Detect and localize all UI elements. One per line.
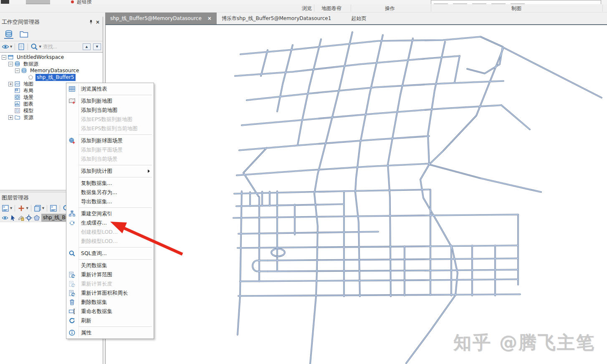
- menu-icon-placeholder: [68, 116, 76, 123]
- road-segment: [238, 245, 518, 248]
- search-icon[interactable]: [30, 43, 38, 51]
- menu-icon-placeholder: [68, 168, 76, 174]
- tree-node-0[interactable]: −UntitledWorkspace: [0, 54, 103, 61]
- context-menu-item-1[interactable]: 添加到新地图: [66, 96, 154, 106]
- menu-icon-placeholder: [68, 125, 76, 132]
- tree-node-2[interactable]: −MemoryDatasource: [0, 67, 103, 74]
- tree-node-label[interactable]: MemoryDatasource: [29, 68, 80, 73]
- tree-node-label[interactable]: 数据源: [22, 61, 40, 68]
- collapse-icon[interactable]: −: [15, 68, 20, 73]
- find-next-button[interactable]: ▼: [93, 43, 101, 50]
- menu-item-label: 生成缓存...: [81, 220, 107, 227]
- close-icon[interactable]: ×: [207, 15, 212, 21]
- tree-node-label[interactable]: 布局: [22, 87, 35, 94]
- chart-icon: [14, 101, 20, 107]
- menu-item-label: 关闭数据集: [81, 262, 107, 269]
- import-data-icon[interactable]: [18, 43, 25, 51]
- ribbon-separator: [602, 5, 603, 12]
- road-segment: [501, 105, 530, 129]
- context-menu-item-24[interactable]: 属性: [66, 328, 154, 337]
- find-previous-button[interactable]: ▲: [83, 43, 91, 50]
- tab-shp-buffer5[interactable]: shp_线_Buffer5@MemoryDatasource ×: [105, 13, 217, 24]
- tree-node-label[interactable]: 资源: [22, 114, 35, 121]
- tree-node-label[interactable]: 场景: [22, 94, 35, 101]
- context-menu-item-10[interactable]: 数据集另存为...: [66, 188, 154, 197]
- layer-selectable-cursor-icon[interactable]: [10, 215, 16, 221]
- menu-item-label: 浏览属性表: [81, 86, 107, 93]
- road-segment: [253, 260, 268, 271]
- context-menu-item-16[interactable]: SQL查询...: [66, 249, 154, 258]
- menu-separator: [79, 165, 152, 165]
- roundabout-ellipse: [271, 249, 285, 256]
- recalc-icon: [68, 281, 76, 287]
- rename-icon: [68, 308, 76, 315]
- layers-icon[interactable]: [34, 205, 41, 212]
- pin-icon[interactable]: [88, 19, 94, 25]
- menu-item-label: 重命名数据集: [81, 308, 112, 315]
- menu-icon-placeholder: [68, 198, 76, 205]
- build-cache-icon: [68, 220, 76, 226]
- context-menu-item-12[interactable]: 重建空间索引: [66, 209, 154, 218]
- submenu-arrow-icon: [148, 169, 150, 173]
- context-menu-item-23[interactable]: 刷新: [66, 316, 154, 325]
- ribbon-separator: [351, 5, 351, 12]
- toolbar-button-fragment[interactable]: [26, 0, 50, 4]
- layer-options-icon[interactable]: [2, 205, 9, 212]
- context-menu-item-17[interactable]: 关闭数据集: [66, 261, 154, 270]
- context-menu-item-9[interactable]: 复制数据集...: [66, 179, 154, 188]
- context-menu-item-22[interactable]: 重命名数据集: [66, 307, 154, 316]
- context-menu-item-0[interactable]: 浏览属性表: [66, 84, 154, 94]
- menu-item-label: 重新计算面积和周长: [81, 290, 128, 297]
- context-menu-item-2[interactable]: 添加到当前地图: [66, 106, 154, 115]
- tree-node-3[interactable]: shp_线_Buffer5: [0, 74, 103, 81]
- tree-node-label[interactable]: 地图: [22, 81, 35, 88]
- thematic-map-icon[interactable]: [50, 205, 57, 212]
- menu-icon-placeholder: [68, 180, 76, 187]
- layer-visible-eye-icon[interactable]: [2, 215, 8, 221]
- quick-access-strip: 超链接: [0, 0, 607, 4]
- attribute-table-icon: [68, 86, 76, 92]
- tab-bole-city-buffer5[interactable]: 博乐市shp_线_Buffer5@MemoryDatasource1: [217, 13, 336, 24]
- menu-item-label: 重建空间索引: [81, 210, 112, 217]
- menu-separator: [79, 259, 152, 260]
- map-canvas[interactable]: [105, 24, 607, 364]
- workspace-tab-icon[interactable]: [4, 30, 13, 39]
- road-segment: [429, 164, 541, 192]
- trash-icon: [68, 299, 76, 306]
- context-menu-item-11[interactable]: 导出数据集...: [66, 197, 154, 206]
- tree-node-label[interactable]: 模型: [22, 107, 35, 114]
- context-menu-item-14: 创建模型LOD...: [66, 228, 154, 237]
- context-menu-item-20[interactable]: 重新计算面积和周长: [66, 288, 154, 298]
- collapse-icon[interactable]: −: [2, 55, 6, 60]
- ribbon-group-map-swipe: 地图卷帘: [321, 5, 341, 12]
- road-segment: [247, 81, 503, 100]
- symbol-library-tab-icon[interactable]: [19, 30, 28, 39]
- add-layer-icon[interactable]: [18, 205, 25, 212]
- road-segment: [242, 105, 501, 125]
- search-input[interactable]: [43, 44, 80, 50]
- context-menu-item-18[interactable]: 重新计算范围: [66, 270, 154, 279]
- tab-start-page[interactable]: 起始页: [346, 13, 371, 24]
- layout-icon: [14, 88, 20, 94]
- context-menu-item-8[interactable]: 添加到统计图: [66, 167, 154, 176]
- expand-icon[interactable]: +: [8, 115, 13, 120]
- view-mode-icon[interactable]: [2, 43, 9, 51]
- menu-icon-placeholder: [68, 238, 76, 245]
- context-menu-item-5[interactable]: 添加到新球面场景: [66, 136, 154, 145]
- road-segment: [388, 164, 391, 296]
- menu-item-label: 添加到新球面场景: [81, 137, 123, 144]
- tree-node-label[interactable]: 图表: [22, 101, 35, 108]
- expand-icon[interactable]: +: [8, 82, 13, 86]
- ribbon-separator: [314, 5, 314, 12]
- context-menu-item-13[interactable]: 生成缓存...: [66, 218, 154, 228]
- close-icon[interactable]: ×: [94, 19, 101, 25]
- tree-node-label[interactable]: shp_线_Buffer5: [35, 74, 76, 81]
- tree-node-label[interactable]: UntitledWorkspace: [15, 54, 65, 60]
- context-menu-item-6: 添加到新平面场景: [66, 145, 154, 154]
- context-menu-item-21[interactable]: 删除数据集: [66, 298, 154, 307]
- layer-snapable-crosshair-icon[interactable]: [25, 215, 32, 221]
- layer-editable-lock-icon[interactable]: [18, 215, 24, 221]
- tree-node-1[interactable]: −数据源: [0, 61, 103, 67]
- collapse-icon[interactable]: −: [8, 62, 13, 66]
- menu-item-label: 添加到新平面场景: [81, 147, 123, 154]
